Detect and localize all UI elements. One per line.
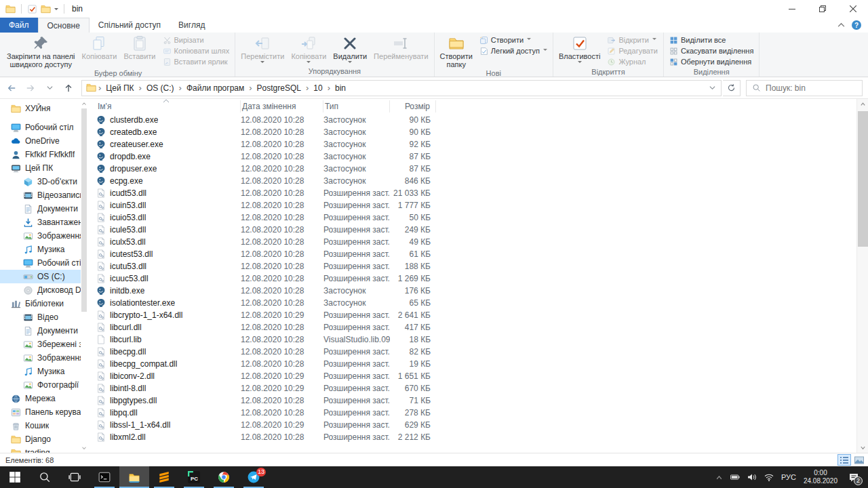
file-row[interactable]: libecpg_compat.dll12.08.2020 10:28Розшир… — [96, 358, 868, 370]
sidebar-item[interactable]: OneDrive — [0, 134, 81, 148]
sidebar-item[interactable]: Мережа — [0, 392, 81, 405]
file-row[interactable]: libpq.dll12.08.2020 10:28Розширення заст… — [96, 407, 868, 419]
vertical-scrollbar[interactable] — [856, 99, 868, 453]
sidebar-item[interactable]: Панель керуван — [0, 405, 81, 419]
sidebar-item[interactable]: Документи — [0, 202, 81, 216]
file-row[interactable]: dropdb.exe12.08.2020 10:28Застосунок87 К… — [96, 150, 868, 163]
sidebar-item[interactable]: Завантаження — [0, 216, 81, 229]
breadcrumb-segment[interactable]: Цей ПК — [102, 83, 138, 93]
file-row[interactable]: clusterdb.exe12.08.2020 10:28Застосунок9… — [96, 114, 868, 126]
ribbon-button[interactable]: Створити папку — [437, 34, 476, 68]
sidebar-item[interactable]: OS (C:) — [0, 270, 81, 283]
sidebar-item[interactable]: Зображення — [0, 229, 81, 243]
breadcrumb-segment[interactable]: PostgreSQL — [253, 83, 305, 93]
ribbon-button[interactable]: Вирізати — [159, 35, 233, 45]
ribbon-button[interactable]: Перейменувати — [370, 34, 431, 60]
wifi-icon[interactable] — [764, 473, 774, 481]
battery-icon[interactable] — [730, 473, 740, 481]
file-row[interactable]: ecpg.exe12.08.2020 10:28Застосунок846 КБ — [96, 175, 868, 187]
ribbon-button[interactable]: Видалити — [330, 34, 370, 65]
scroll-down-button[interactable] — [857, 443, 868, 453]
ribbon-button[interactable]: Обернути виділення — [666, 56, 757, 67]
sidebar-item[interactable]: Музика — [0, 365, 81, 378]
chrome-taskbar-button[interactable] — [209, 466, 239, 488]
address-dropdown-button[interactable] — [706, 85, 718, 91]
file-row[interactable]: libssl-1_1-x64.dll12.08.2020 10:29Розшир… — [96, 419, 868, 431]
search-input[interactable]: Пошук: bin — [746, 80, 863, 96]
scroll-up-button[interactable] — [857, 99, 868, 109]
close-button[interactable] — [837, 0, 868, 18]
ribbon-button[interactable]: Легкий доступ — [476, 45, 551, 56]
file-row[interactable]: libecpg.dll12.08.2020 10:28Розширення за… — [96, 346, 868, 358]
qat-new-folder-icon[interactable] — [41, 4, 51, 14]
file-row[interactable]: libcrypto-1_1-x64.dll12.08.2020 10:29Роз… — [96, 309, 868, 321]
up-button[interactable] — [60, 80, 77, 96]
sidebar-item[interactable]: Зображення — [0, 351, 81, 365]
scrollbar-thumb[interactable] — [858, 111, 868, 247]
sidebar-item[interactable]: Дисковод DVD — [0, 283, 81, 297]
cmd-taskbar-button[interactable] — [90, 466, 119, 488]
scroll-up-button[interactable] — [81, 100, 87, 107]
ribbon-button[interactable]: Копіювати — [288, 34, 330, 65]
minimize-button[interactable] — [776, 0, 807, 18]
scroll-down-button[interactable] — [81, 445, 87, 451]
recent-locations-button[interactable] — [41, 80, 58, 96]
column-header-date[interactable]: Дата змінення — [241, 100, 323, 113]
sidebar-item[interactable]: Фотографії з к — [0, 378, 81, 392]
restore-button[interactable] — [807, 0, 837, 18]
sidebar-item[interactable]: Кошик — [0, 419, 81, 432]
ribbon-button[interactable]: Вставити ярлик — [159, 56, 233, 67]
file-row[interactable]: libxml2.dll12.08.2020 10:28Розширення за… — [96, 431, 868, 443]
file-row[interactable]: createdb.exe12.08.2020 10:28Застосунок90… — [96, 126, 868, 138]
sidebar-item[interactable]: Бібліотеки — [0, 297, 81, 310]
file-row[interactable]: icuin53.dll12.08.2020 10:28Розширення за… — [96, 199, 868, 211]
file-row[interactable]: icudt53.dll12.08.2020 10:28Розширення за… — [96, 187, 868, 199]
file-row[interactable]: libcurl.dll12.08.2020 10:28Розширення за… — [96, 321, 868, 333]
file-row[interactable]: libcurl.lib12.08.2020 10:28VisualStudio.… — [96, 333, 868, 346]
ribbon-button[interactable]: Перемістити — [237, 34, 288, 65]
sidebar-item[interactable]: Робочий стіл — [0, 121, 81, 134]
details-view-button[interactable] — [837, 454, 851, 466]
collapse-ribbon-icon[interactable] — [837, 22, 845, 29]
ribbon-button[interactable]: Копіювати шлях — [159, 45, 233, 56]
sidebar-item[interactable]: Fkfkkf Fkfkkflf — [0, 148, 81, 161]
pycharm-taskbar-button[interactable]: PC — [179, 466, 209, 488]
sidebar-item[interactable]: Робочий стіл — [0, 256, 81, 270]
file-row[interactable]: dropuser.exe12.08.2020 10:28Застосунок87… — [96, 163, 868, 175]
help-icon[interactable]: ? — [852, 20, 861, 30]
file-row[interactable]: icule53.dll12.08.2020 10:28Розширення за… — [96, 224, 868, 236]
breadcrumb-segment[interactable]: OS (C:) — [142, 83, 178, 93]
breadcrumb[interactable]: ›Цей ПК›OS (C:)›Файли програм›PostgreSQL… — [81, 80, 722, 96]
tray-expand-icon[interactable] — [715, 474, 723, 481]
sidebar-item[interactable]: Django — [0, 432, 81, 446]
ribbon-button[interactable]: Вставити — [120, 34, 159, 60]
sidebar-item[interactable]: Збережені зоб — [0, 338, 81, 351]
speaker-icon[interactable] — [747, 473, 757, 481]
sidebar-item[interactable]: 3D-об'єкти — [0, 175, 81, 188]
file-row[interactable]: libiconv-2.dll12.08.2020 10:29Розширення… — [96, 370, 868, 382]
breadcrumb-segment[interactable]: 10 — [309, 83, 326, 93]
start-taskbar-button[interactable] — [0, 466, 30, 488]
ribbon-button[interactable]: Копіювати — [79, 34, 121, 60]
sidebar-item[interactable]: Відео — [0, 310, 81, 324]
file-row[interactable]: createuser.exe12.08.2020 10:28Застосунок… — [96, 138, 868, 150]
breadcrumb-segment[interactable]: bin — [331, 83, 350, 93]
ribbon-button[interactable]: Відкрити — [604, 35, 661, 45]
qat-properties-icon[interactable] — [27, 4, 37, 14]
back-button[interactable] — [3, 80, 20, 96]
ribbon-button[interactable]: Виділити все — [666, 35, 757, 45]
ribbon-button[interactable]: Скасувати виділення — [666, 45, 757, 56]
refresh-button[interactable] — [723, 80, 741, 96]
breadcrumb-segment[interactable]: Файли програм — [182, 83, 248, 93]
ribbon-button[interactable]: Закріпити на панелі швидкого доступу — [3, 34, 79, 68]
file-row[interactable]: iculx53.dll12.08.2020 10:28Розширення за… — [96, 236, 868, 248]
column-header-type[interactable]: Тип — [323, 100, 390, 113]
file-row[interactable]: icuio53.dll12.08.2020 10:28Розширення за… — [96, 211, 868, 224]
ribbon-tab[interactable]: Основне — [38, 18, 90, 33]
task-view-taskbar-button[interactable] — [60, 466, 90, 488]
thumbnails-view-button[interactable] — [852, 454, 866, 466]
qat-customize-caret-icon[interactable] — [54, 8, 58, 12]
sidebar-scrollbar[interactable] — [81, 100, 87, 451]
sidebar-item[interactable]: Цей ПК — [0, 161, 81, 175]
sidebar-item[interactable]: trading — [0, 446, 81, 453]
